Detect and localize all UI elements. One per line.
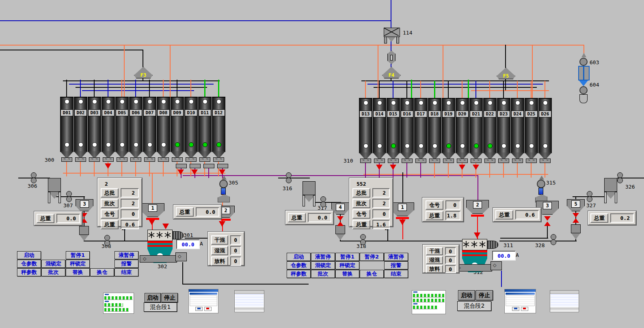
- rotary-feeder-307[interactable]: [66, 191, 72, 202]
- control-button[interactable]: 秤参数: [17, 268, 41, 276]
- silo-screw-feeder[interactable]: [415, 159, 426, 163]
- silo[interactable]: D09: [171, 97, 184, 162]
- silo[interactable]: D26: [538, 98, 552, 163]
- silo-screw-feeder[interactable]: [360, 159, 371, 163]
- silo-screw-feeder[interactable]: [540, 159, 551, 163]
- mixer1-stop-button[interactable]: 停止: [162, 293, 178, 302]
- silo[interactable]: D02: [74, 97, 87, 162]
- top-distributor-valve[interactable]: [384, 28, 400, 37]
- silo[interactable]: D06: [129, 97, 143, 162]
- silo-discharge-valve-icon[interactable]: [459, 165, 465, 170]
- silo[interactable]: D01: [60, 97, 73, 162]
- silo-screw-feeder[interactable]: [443, 159, 454, 163]
- surge-hopper[interactable]: [79, 226, 89, 241]
- silo-screw-feeder[interactable]: [186, 157, 197, 162]
- mixer2-stop-button[interactable]: 停止: [476, 290, 493, 300]
- silo-screw-feeder[interactable]: [117, 157, 128, 162]
- silo[interactable]: D16: [400, 98, 414, 163]
- surge-hopper[interactable]: [335, 225, 345, 241]
- silo[interactable]: D20: [456, 98, 469, 163]
- silo-screw-feeder[interactable]: [158, 157, 169, 162]
- silo-screw-feeder[interactable]: [498, 159, 509, 163]
- silo-screw-feeder[interactable]: [402, 159, 413, 163]
- cyclone[interactable]: [303, 181, 316, 208]
- silo-screw-feeder[interactable]: [172, 157, 183, 162]
- funnel-f3[interactable]: F3: [134, 67, 153, 78]
- control-button[interactable]: 暂停1: [66, 251, 90, 259]
- mini-table-window[interactable]: [550, 290, 579, 312]
- cyclone[interactable]: [48, 178, 61, 205]
- inline-valve[interactable]: [387, 50, 395, 64]
- silo-screw-feeder[interactable]: [512, 159, 523, 163]
- silo-offset-feeder[interactable]: [203, 164, 214, 168]
- control-button[interactable]: 秤锁定: [335, 261, 359, 269]
- control-button[interactable]: 替换: [335, 270, 359, 278]
- silo-discharge-valve-icon[interactable]: [473, 165, 479, 170]
- control-button[interactable]: 启动: [17, 251, 41, 259]
- rotary-feeder-317[interactable]: [320, 196, 326, 208]
- silo-screw-feeder[interactable]: [526, 159, 537, 163]
- silo[interactable]: D12: [212, 97, 225, 162]
- control-button[interactable]: 暂停2: [360, 253, 384, 261]
- mini-table-window[interactable]: [234, 290, 264, 312]
- silo-offset-feeder[interactable]: [176, 164, 187, 168]
- silo[interactable]: D13: [359, 98, 372, 163]
- rotary-feeder-318[interactable]: [360, 234, 366, 245]
- silo[interactable]: D22: [483, 98, 497, 163]
- silo[interactable]: D25: [525, 98, 538, 163]
- pinch-valve-icon[interactable]: [544, 216, 551, 226]
- control-button[interactable]: 仓参数: [287, 261, 311, 269]
- mixer2-section-button[interactable]: 混合段2: [457, 301, 491, 311]
- mini-dialog-window[interactable]: [188, 289, 218, 313]
- silo[interactable]: D14: [373, 98, 386, 163]
- control-button[interactable]: 液暂停: [311, 253, 335, 261]
- silo-screw-feeder[interactable]: [75, 157, 86, 162]
- discharge-valve-icon[interactable]: [474, 232, 480, 238]
- silo-offset-feeder[interactable]: [217, 164, 228, 168]
- mixer2-start-button[interactable]: 启动: [458, 290, 475, 300]
- funnel-f4[interactable]: F4: [382, 67, 401, 78]
- control-button[interactable]: 批次: [41, 268, 65, 276]
- discharge-valve-icon[interactable]: [399, 219, 406, 225]
- control-button[interactable]: 混锁定: [311, 261, 335, 269]
- silo[interactable]: D04: [102, 97, 115, 162]
- silo[interactable]: D10: [184, 97, 198, 162]
- control-button[interactable]: 报警: [115, 260, 138, 268]
- silo-discharge-valve-icon[interactable]: [105, 163, 111, 169]
- silo[interactable]: D03: [88, 97, 101, 162]
- rotary-feeder-306[interactable]: [30, 172, 37, 184]
- surge-hopper[interactable]: [571, 224, 581, 240]
- pinch-valve-icon[interactable]: [337, 216, 344, 226]
- control-button[interactable]: 报警: [384, 261, 408, 269]
- silo-offset-discharge-valve-icon[interactable]: [177, 169, 184, 175]
- silo-screw-feeder[interactable]: [199, 157, 210, 162]
- silo-screw-feeder[interactable]: [213, 157, 224, 162]
- discharge-valve-icon[interactable]: [219, 221, 225, 227]
- silo[interactable]: D07: [143, 97, 156, 162]
- control-button[interactable]: 液暂停: [384, 253, 408, 261]
- pinch-valve-icon[interactable]: [573, 213, 579, 223]
- control-button[interactable]: 启动: [287, 253, 311, 261]
- mixer1-section-button[interactable]: 混合段1: [144, 302, 177, 312]
- discharge-valve-icon[interactable]: [149, 219, 155, 225]
- mixer1-start-button[interactable]: 启动: [145, 293, 161, 302]
- silo-offset-discharge-valve-icon[interactable]: [191, 169, 198, 175]
- control-button[interactable]: 混锁定: [41, 260, 65, 268]
- silo-screw-feeder[interactable]: [484, 159, 495, 163]
- control-button[interactable]: 批次: [311, 270, 335, 278]
- control-button[interactable]: 结束: [115, 268, 138, 276]
- silo-offset-feeder[interactable]: [190, 164, 201, 168]
- silo[interactable]: D17: [414, 98, 428, 163]
- rotary-feeder-328[interactable]: [550, 234, 557, 245]
- control-button[interactable]: 秤参数: [287, 270, 311, 278]
- silo-screw-feeder[interactable]: [471, 159, 482, 163]
- silo-screw-feeder[interactable]: [457, 159, 468, 163]
- rotary-feeder-316[interactable]: [285, 172, 292, 184]
- silo-screw-feeder[interactable]: [89, 157, 100, 162]
- scale-hopper-4-mid[interactable]: 4: [331, 202, 349, 215]
- silo[interactable]: D24: [511, 98, 524, 163]
- silo-offset-discharge-valve-icon[interactable]: [219, 169, 225, 175]
- rotary-feeder-308[interactable]: [104, 235, 110, 246]
- scale-hopper-2-right[interactable]: 2: [466, 200, 489, 214]
- silo-screw-feeder[interactable]: [103, 157, 114, 162]
